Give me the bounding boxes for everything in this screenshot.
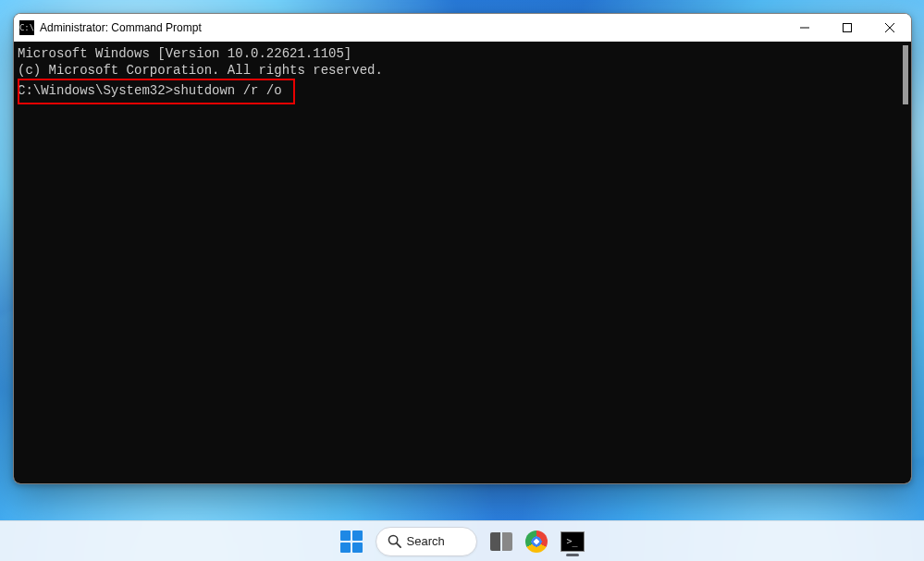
minimize-icon xyxy=(800,23,809,32)
console-area[interactable]: Microsoft Windows [Version 10.0.22621.11… xyxy=(14,42,911,483)
chrome-taskbar-button[interactable] xyxy=(522,526,551,557)
windows-logo-icon xyxy=(340,531,363,553)
search-label: Search xyxy=(407,534,445,548)
search-pill[interactable]: Search xyxy=(376,527,477,556)
taskbar: Search >_ xyxy=(0,520,924,561)
titlebar[interactable]: C:\ Administrator: Command Prompt xyxy=(14,14,911,42)
window-title: Administrator: Command Prompt xyxy=(40,21,202,34)
chrome-icon xyxy=(525,531,548,553)
start-button[interactable] xyxy=(337,526,366,557)
cmd-icon: >_ xyxy=(561,531,585,552)
task-view-icon xyxy=(490,532,512,551)
maximize-button[interactable] xyxy=(826,14,869,42)
task-view-button[interactable] xyxy=(487,526,516,557)
command-prompt-window: C:\ Administrator: Command Prompt Micros… xyxy=(13,13,912,484)
search-button[interactable]: Search xyxy=(372,526,481,557)
search-icon xyxy=(388,534,401,548)
close-button[interactable] xyxy=(869,14,911,42)
cmd-app-icon: C:\ xyxy=(19,20,34,35)
close-icon xyxy=(885,23,894,32)
cmd-taskbar-button[interactable]: >_ xyxy=(557,526,588,557)
console-prompt-line: C:\Windows\System32>shutdown /r /o xyxy=(18,79,911,103)
svg-rect-1 xyxy=(844,24,852,32)
svg-line-5 xyxy=(396,543,400,547)
console-line: (c) Microsoft Corporation. All rights re… xyxy=(18,62,911,79)
scrollbar-thumb[interactable] xyxy=(903,45,908,104)
maximize-icon xyxy=(843,23,852,32)
minimize-button[interactable] xyxy=(783,14,826,42)
console-line: Microsoft Windows [Version 10.0.22621.11… xyxy=(18,45,911,62)
